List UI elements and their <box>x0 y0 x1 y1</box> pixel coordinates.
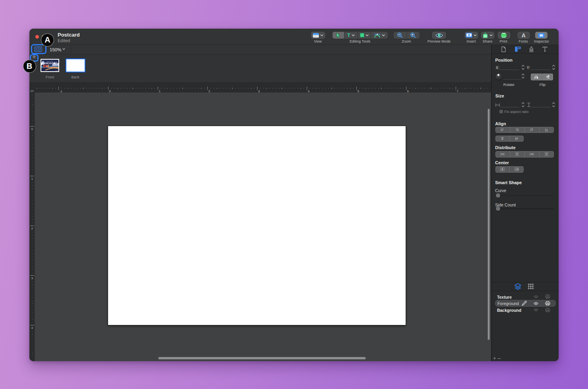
svg-text:VANCOUVER: VANCOUVER <box>43 62 57 64</box>
svg-text:Canada: Canada <box>55 70 58 70</box>
svg-text:Greetings from: Greetings from <box>46 61 53 62</box>
